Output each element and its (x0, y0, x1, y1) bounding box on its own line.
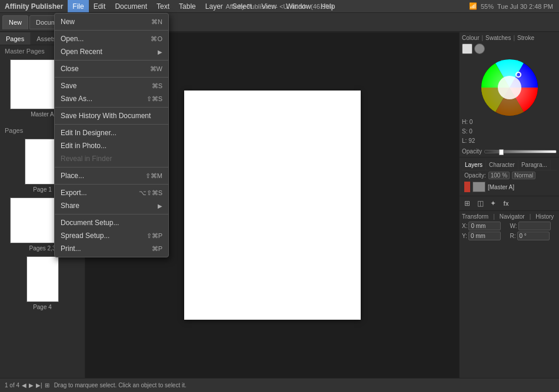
field-y: Y: (462, 232, 509, 240)
layer-name: [Master A] (488, 184, 514, 190)
navigator-tab[interactable]: Navigator (500, 213, 525, 220)
prev-btn[interactable]: ◀ (22, 382, 26, 388)
tab-paragraph[interactable]: Paragra... (518, 160, 551, 170)
sep6 (55, 167, 168, 167)
menu-edit-photo[interactable]: Edit in Photo... (55, 139, 168, 152)
menu-document-setup[interactable]: Document Setup... (55, 216, 168, 229)
menu-spread-setup[interactable]: Spread Setup... ⇧⌘P (55, 229, 168, 242)
r-input[interactable] (517, 232, 550, 240)
menu-place[interactable]: Place... ⇧⌘M (55, 169, 168, 182)
page-4-label: Page 4 (33, 304, 52, 310)
opacity-value[interactable]: 100 % (488, 172, 510, 179)
layer-item-master-a[interactable]: [Master A] (462, 180, 557, 193)
t-sep: | (493, 213, 495, 220)
transform-tab[interactable]: Transform (462, 213, 488, 220)
arrange-icon[interactable]: ◫ (475, 198, 485, 209)
page-4-thumb (26, 256, 59, 302)
y-input[interactable] (468, 232, 501, 240)
tab-layers[interactable]: Layers (462, 160, 486, 170)
effects-icon[interactable]: ✦ (488, 198, 498, 209)
w-input[interactable] (518, 222, 551, 230)
x-label: X: (462, 223, 467, 229)
menu-export-label: Export... (61, 189, 87, 197)
menu-save-shortcut: ⌘S (152, 82, 162, 90)
menu-table[interactable]: Table (174, 0, 201, 12)
menu-spread-setup-shortcut: ⇧⌘P (147, 232, 162, 240)
swatches-tab[interactable]: Swatches (485, 35, 511, 41)
menu-save-label: Save (61, 82, 76, 90)
blend-mode[interactable]: Normal (512, 172, 535, 179)
toolbar-tab-new[interactable]: New (2, 15, 28, 29)
history-tab[interactable]: History (535, 213, 554, 220)
battery-status: 55% (481, 3, 494, 10)
opacity-bar[interactable] (484, 150, 557, 153)
menu-print[interactable]: Print... ⌘P (55, 242, 168, 255)
layer-color-indicator (464, 182, 470, 192)
h-value: H: 0 (462, 118, 557, 127)
x-input[interactable] (468, 222, 501, 230)
right-panel: Colour | Swatches | Stroke (459, 32, 559, 378)
menu-edit[interactable]: Edit (89, 0, 111, 12)
menubar: Affinity Publisher File Edit Document Te… (0, 0, 559, 13)
field-x: X: (462, 222, 509, 230)
menu-save-as[interactable]: Save As... ⇧⌘S (55, 92, 168, 105)
layers-icon[interactable]: ⊞ (462, 198, 473, 209)
layers-tabs: Layers Character Paragra... (462, 160, 557, 170)
stroke-tab[interactable]: Stroke (517, 35, 534, 41)
menu-open[interactable]: Open... ⌘O (55, 32, 168, 45)
menu-edit-designer[interactable]: Edit In Designer... (55, 126, 168, 139)
menu-place-label: Place... (61, 172, 84, 180)
sep1 (55, 30, 168, 31)
menu-save-history[interactable]: Save History With Document (55, 109, 168, 122)
field-w: W: (510, 222, 557, 230)
tab-pages[interactable]: Pages (0, 32, 31, 45)
menu-share[interactable]: Share ▶ (55, 199, 168, 212)
statusbar: 1 of 4 ◀ ▶ ▶| ⊞ Drag to marquee select. … (0, 378, 559, 392)
opacity-handle[interactable] (499, 149, 504, 155)
colour-swatches (462, 43, 485, 54)
right-icons-row: ⊞ ◫ ✦ fx (460, 196, 559, 211)
sep8 (55, 214, 168, 215)
menu-save-history-label: Save History With Document (61, 112, 151, 120)
menu-new[interactable]: New ⌘N (55, 15, 168, 28)
menu-spread-setup-label: Spread Setup... (61, 232, 109, 240)
menu-export[interactable]: Export... ⌥⇧⌘S (55, 186, 168, 199)
colour-section-title: Colour | Swatches | Stroke (462, 35, 557, 41)
menu-close[interactable]: Close ⌘W (55, 62, 168, 75)
menu-document-setup-label: Document Setup... (61, 219, 119, 227)
colour-wheel-container[interactable] (462, 59, 557, 118)
tab-character[interactable]: Character (486, 160, 518, 170)
menu-document[interactable]: Document (110, 0, 152, 12)
sep3 (55, 77, 168, 78)
menu-open-recent[interactable]: Open Recent ▶ (55, 45, 168, 58)
field-r: R: (510, 232, 557, 240)
page-4-thumbnail[interactable]: Page 4 (2, 256, 82, 310)
menu-save-as-shortcut: ⇧⌘S (147, 95, 162, 103)
next-btn[interactable]: ▶| (36, 382, 42, 388)
menu-close-shortcut: ⌘W (150, 65, 162, 73)
clock: Tue Jul 30 2:48 PM (497, 3, 553, 10)
menu-file[interactable]: File (68, 0, 88, 12)
fx-icon[interactable]: fx (501, 198, 511, 209)
menu-export-shortcut: ⌥⇧⌘S (139, 189, 162, 197)
transform-fields: X: W: Y: R: (462, 222, 557, 240)
menu-new-label: New (61, 18, 75, 26)
menu-print-label: Print... (61, 244, 81, 253)
page-1-label: Page 1 (33, 186, 52, 193)
primary-swatch[interactable] (462, 43, 473, 54)
grid-btn[interactable]: ⊞ (45, 382, 49, 388)
menu-share-label: Share (61, 202, 79, 210)
l-value: L: 92 (462, 136, 557, 146)
w-label: W: (510, 223, 517, 229)
menu-save[interactable]: Save ⌘S (55, 79, 168, 92)
secondary-swatch[interactable] (474, 43, 485, 54)
wheel-center (498, 76, 521, 99)
y-label: Y: (462, 233, 467, 239)
sep4 (55, 107, 168, 108)
transform-section: Transform | Navigator | History X: W: Y:… (460, 211, 559, 243)
menu-layer[interactable]: Layer (201, 0, 228, 12)
play-btn[interactable]: ▶ (29, 382, 34, 388)
menu-save-as-label: Save As... (61, 95, 92, 103)
menu-text[interactable]: Text (152, 0, 174, 12)
file-menu: New ⌘N Open... ⌘O Open Recent ▶ Close ⌘W… (54, 13, 169, 257)
